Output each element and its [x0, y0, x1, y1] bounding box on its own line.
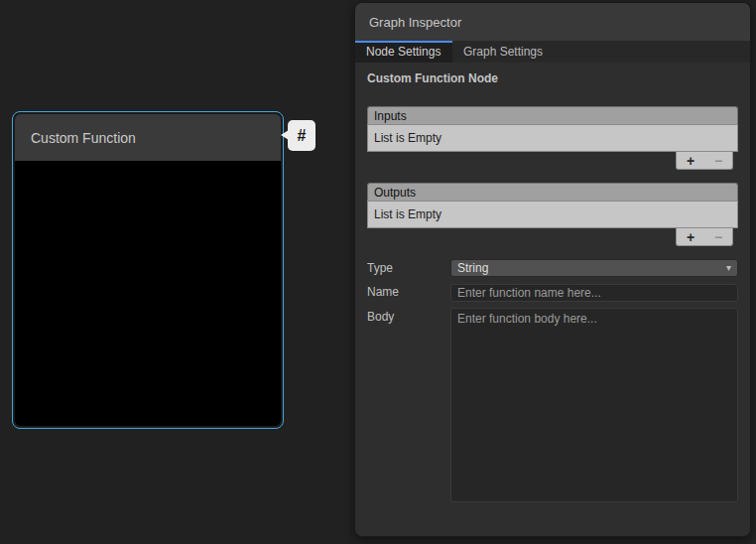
body-label: Body [367, 308, 450, 324]
hash-icon: # [298, 127, 307, 145]
outputs-footer-box: + − [676, 228, 733, 246]
node-container: Custom Function [15, 114, 281, 426]
outputs-empty-row: List is Empty [367, 201, 738, 228]
inputs-empty-row: List is Empty [367, 124, 738, 152]
function-name-input[interactable] [450, 284, 738, 302]
inputs-remove-button[interactable]: − [714, 154, 722, 168]
outputs-list-footer: + − [367, 228, 733, 246]
type-field-row: Type String ▾ [367, 259, 738, 277]
type-dropdown[interactable]: String ▾ [450, 259, 738, 277]
dropdown-arrow-icon: ▾ [726, 262, 731, 273]
panel-title: Graph Inspector [369, 15, 461, 30]
tab-graph-settings-label: Graph Settings [463, 45, 543, 59]
custom-function-node[interactable]: Custom Function [12, 111, 284, 429]
panel-title-bar[interactable]: Graph Inspector [355, 3, 750, 41]
name-label: Name [367, 283, 450, 299]
inputs-list: Inputs List is Empty + − [367, 106, 738, 170]
inputs-footer-box: + − [676, 152, 733, 170]
tab-node-settings-label: Node Settings [366, 45, 441, 59]
tab-node-settings[interactable]: Node Settings [355, 41, 452, 63]
graph-inspector-panel: Graph Inspector Node Settings Graph Sett… [354, 2, 751, 537]
section-title: Custom Function Node [367, 71, 738, 85]
node-title: Custom Function [31, 130, 136, 146]
node-body [15, 161, 281, 426]
type-dropdown-value: String [457, 261, 488, 275]
outputs-list: Outputs List is Empty + − [367, 183, 738, 246]
outputs-add-button[interactable]: + [687, 230, 694, 244]
outputs-header-label: Outputs [374, 186, 416, 200]
inputs-header-label: Inputs [374, 109, 407, 123]
inputs-add-button[interactable]: + [687, 154, 694, 168]
inspector-tabbar: Node Settings Graph Settings [355, 41, 750, 63]
inspector-content: Custom Function Node Inputs List is Empt… [355, 63, 750, 536]
tab-graph-settings[interactable]: Graph Settings [452, 41, 554, 63]
type-label: Type [367, 259, 450, 275]
body-field-row: Body [367, 308, 738, 506]
name-field-row: Name [367, 283, 738, 302]
inputs-list-footer: + − [367, 152, 733, 170]
node-title-bar[interactable]: Custom Function [15, 114, 281, 161]
outputs-list-header[interactable]: Outputs [367, 183, 738, 201]
outputs-empty-label: List is Empty [374, 207, 441, 221]
function-body-textarea[interactable] [450, 308, 738, 502]
hash-badge[interactable]: # [288, 120, 315, 151]
outputs-remove-button[interactable]: − [714, 230, 722, 244]
inputs-empty-label: List is Empty [374, 131, 441, 145]
inputs-list-header[interactable]: Inputs [367, 106, 738, 124]
